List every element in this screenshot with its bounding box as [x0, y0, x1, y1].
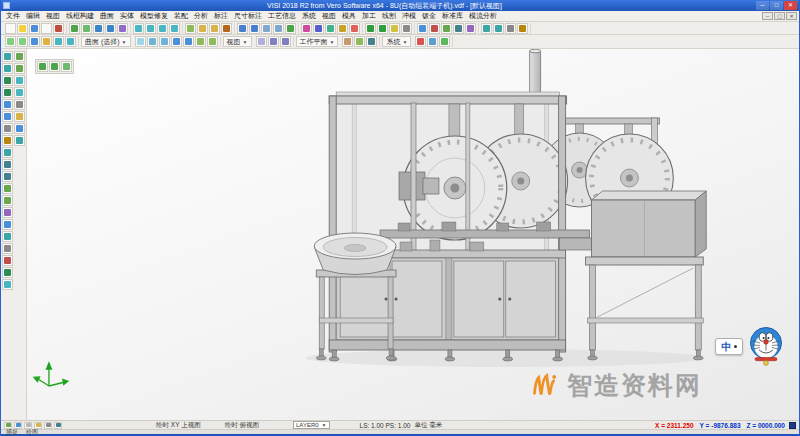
toolbar-icon[interactable] [325, 23, 336, 34]
menu-item-12[interactable]: 系统 [299, 11, 319, 21]
child-close-button[interactable]: ✕ [786, 12, 797, 20]
toolbar-icon[interactable] [41, 36, 52, 47]
toolbar-icon[interactable] [280, 36, 291, 47]
layer-combo[interactable]: LAYER0 ▼ [293, 421, 330, 429]
menu-item-3[interactable]: 线框构建 [63, 11, 97, 21]
toolbar-icon[interactable] [441, 23, 452, 34]
sidebar-icon[interactable] [2, 147, 13, 158]
sidebar-icon[interactable] [2, 267, 13, 278]
toolbar-icon[interactable] [342, 36, 353, 47]
menu-item-11[interactable]: 工艺信息 [265, 11, 299, 21]
toolbar-icon[interactable] [117, 23, 128, 34]
toolbar-dropdown-1[interactable]: 曲面 (选择)▼ [81, 36, 131, 47]
minimize-button[interactable]: ─ [756, 1, 769, 10]
toolbar-icon[interactable] [17, 36, 28, 47]
menu-item-18[interactable]: 钣金 [419, 11, 439, 21]
toolbar-icon[interactable] [313, 23, 324, 34]
toolbar-icon[interactable] [133, 23, 144, 34]
menu-item-8[interactable]: 分析 [191, 11, 211, 21]
status-icon[interactable] [54, 422, 62, 429]
toolbar-icon[interactable] [377, 23, 388, 34]
sidebar-icon[interactable] [14, 51, 25, 62]
toolbar-icon[interactable] [221, 23, 232, 34]
toolbar-icon[interactable] [145, 23, 156, 34]
sidebar-icon[interactable] [14, 75, 25, 86]
toolbar-icon[interactable] [453, 23, 464, 34]
toolbar-icon[interactable] [505, 23, 516, 34]
menu-item-6[interactable]: 模型修复 [137, 11, 171, 21]
toolbar-icon[interactable] [147, 36, 158, 47]
ime-indicator[interactable]: 中 [715, 338, 743, 355]
toolbar-icon[interactable] [301, 23, 312, 34]
sidebar-icon[interactable] [2, 171, 13, 182]
toolbar-icon[interactable] [415, 36, 426, 47]
menu-item-5[interactable]: 实体 [117, 11, 137, 21]
toolbar-icon[interactable] [366, 36, 377, 47]
toolbar-icon[interactable] [349, 23, 360, 34]
menu-item-13[interactable]: 视图 [319, 11, 339, 21]
toolbar-icon[interactable] [493, 23, 504, 34]
toolbar-icon[interactable] [354, 36, 365, 47]
status-toggle-1[interactable]: 绘图 [26, 428, 38, 436]
menu-item-4[interactable]: 曲面 [97, 11, 117, 21]
status-icon[interactable] [44, 422, 52, 429]
toolbar-icon[interactable] [389, 23, 400, 34]
sidebar-icon[interactable] [2, 123, 13, 134]
sidebar-icon[interactable] [14, 87, 25, 98]
sidebar-icon[interactable] [14, 135, 25, 146]
toolbar-icon[interactable] [256, 36, 267, 47]
menu-item-2[interactable]: 视图 [43, 11, 63, 21]
sidebar-icon[interactable] [2, 219, 13, 230]
toolbar-icon[interactable] [517, 23, 528, 34]
sidebar-icon[interactable] [14, 63, 25, 74]
toolbar-icon[interactable] [197, 23, 208, 34]
toolbar-icon[interactable] [209, 23, 220, 34]
toolbar-icon[interactable] [195, 36, 206, 47]
toolbar-icon[interactable] [171, 36, 182, 47]
sidebar-icon[interactable] [2, 87, 13, 98]
sidebar-icon[interactable] [14, 123, 25, 134]
toolbar-icon[interactable] [5, 23, 16, 34]
menu-item-17[interactable]: 冲模 [399, 11, 419, 21]
sidebar-icon[interactable] [2, 135, 13, 146]
sidebar-icon[interactable] [2, 207, 13, 218]
sidebar-icon[interactable] [2, 195, 13, 206]
sidebar-icon[interactable] [2, 183, 13, 194]
floating-toolbar-icon[interactable] [37, 61, 48, 72]
toolbar-icon[interactable] [365, 23, 376, 34]
maximize-button[interactable]: □ [770, 1, 783, 10]
toolbar-icon[interactable] [105, 23, 116, 34]
menu-item-14[interactable]: 模具 [339, 11, 359, 21]
toolbar-icon[interactable] [439, 36, 450, 47]
sidebar-icon[interactable] [2, 159, 13, 170]
toolbar-icon[interactable] [69, 23, 80, 34]
toolbar-icon[interactable] [5, 36, 16, 47]
menu-item-10[interactable]: 尺寸标注 [231, 11, 265, 21]
menu-item-15[interactable]: 加工 [359, 11, 379, 21]
toolbar-icon[interactable] [261, 23, 272, 34]
toolbar-icon[interactable] [29, 36, 40, 47]
toolbar-dropdown-3[interactable]: 视图▼ [223, 36, 252, 47]
menu-item-19[interactable]: 标准库 [439, 11, 466, 21]
sidebar-icon[interactable] [2, 255, 13, 266]
toolbar-icon[interactable] [93, 23, 104, 34]
close-button[interactable]: ✕ [784, 1, 797, 10]
sidebar-icon[interactable] [2, 111, 13, 122]
toolbar-icon[interactable] [159, 36, 170, 47]
toolbar-icon[interactable] [481, 23, 492, 34]
3d-viewport[interactable]: 智造资料网 中 [27, 49, 799, 420]
toolbar-icon[interactable] [237, 23, 248, 34]
toolbar-icon[interactable] [65, 36, 76, 47]
toolbar-icon[interactable] [53, 23, 64, 34]
sidebar-icon[interactable] [2, 231, 13, 242]
toolbar-icon[interactable] [183, 36, 194, 47]
menu-item-16[interactable]: 线割 [379, 11, 399, 21]
toolbar-icon[interactable] [429, 23, 440, 34]
snap-state-icon[interactable] [789, 422, 796, 429]
sidebar-icon[interactable] [2, 243, 13, 254]
sidebar-icon[interactable] [2, 279, 13, 290]
toolbar-icon[interactable] [417, 23, 428, 34]
toolbar-icon[interactable] [207, 36, 218, 47]
floating-toolbar-icon[interactable] [49, 61, 60, 72]
toolbar-icon[interactable] [53, 36, 64, 47]
